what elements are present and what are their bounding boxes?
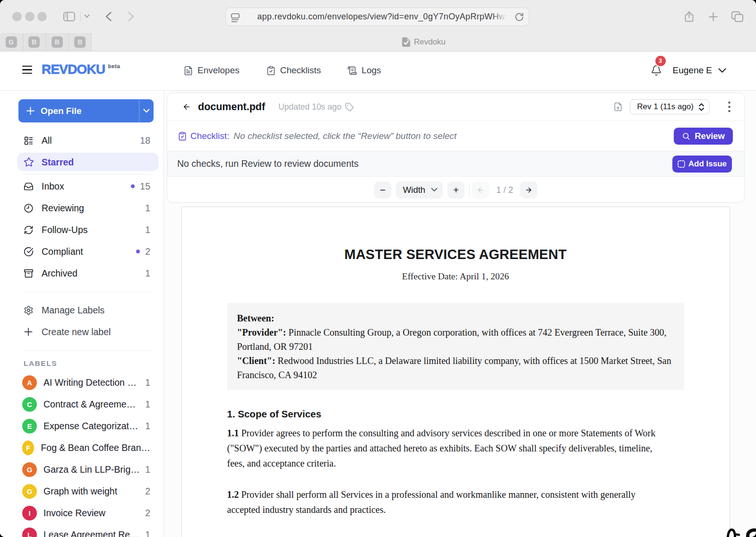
sidebar-nav-list: All 18 Starred Inbox 15 [0,130,164,284]
back-button[interactable] [105,12,112,21]
hamburger-bar [22,69,32,70]
open-file-main[interactable]: Open File [18,106,139,116]
label-item[interactable]: C Contract & Agreeme… 1 [17,393,159,415]
sidebar-nav-item[interactable]: Compliant 2 [17,241,159,262]
notifications-button[interactable]: 3 [651,64,662,77]
sidebar-nav-item[interactable]: Inbox 15 [17,175,159,197]
doc-bold-text: "Client": [237,355,275,366]
hamburger-menu-icon[interactable] [22,66,32,74]
parties-box: Between:"Provider": Pinnacle Consulting … [227,303,684,390]
sidebar-nav-item[interactable]: Starred [17,151,159,173]
star-icon-svg [24,157,34,167]
pinned-tab[interactable]: B [46,33,69,51]
zoom-window-button[interactable] [37,12,47,21]
tab-overview-icon-svg [731,11,743,22]
panel-header-row: document.pdf Updated 10s ago Rev 1 (11s … [167,93,744,121]
layout-list-icon [24,136,34,146]
notification-badge: 3 [654,55,667,67]
sidebar-chevron-icon-svg [84,14,90,18]
pinned-tabs: G B B B [0,33,92,51]
add-issue-button[interactable]: Add Issue [672,156,732,173]
address-bar[interactable]: app.revdoku.com/envelopes/view?id=env_0g… [225,8,529,26]
manage-labels-button[interactable]: Manage Labels [17,299,159,321]
create-new-label-button[interactable]: Create new label [17,321,159,343]
zoom-out-button[interactable]: − [374,182,391,199]
star-icon [24,157,34,167]
toolbar-divider [469,183,470,197]
browser-toolbar: app.revdoku.com/envelopes/view?id=env_0g… [0,0,756,33]
label-item[interactable]: G Graph with weight 2 [17,480,159,502]
pinned-tab[interactable]: B [69,33,92,51]
page-icon-svg [231,13,240,23]
plus-icon [24,327,33,337]
arrow-left-icon [181,103,192,111]
reload-icon[interactable] [515,12,524,22]
prev-page-button[interactable] [472,182,489,199]
file-text-icon [183,66,193,76]
label-item[interactable]: F Fog & Bean Coffee Bran… [17,437,159,459]
label-item[interactable]: E Expense Categorizat… 1 [17,415,159,437]
document-page[interactable]: MASTER SERVICES AGREEMENT Effective Date… [181,207,730,537]
doc-line: 1.2 Provider shall perform all Services … [227,487,684,502]
beta-badge: beta [108,63,120,69]
clock-icon-svg [24,203,34,213]
nav-item[interactable]: Logs [347,65,381,76]
doc-line: "Client": Redwood Industries LLC, a Dela… [237,354,674,368]
user-name: Eugene E [673,65,712,76]
forward-button[interactable] [128,12,134,21]
back-arrow-button[interactable] [181,103,192,111]
zoom-mode-select[interactable]: Width [396,182,443,199]
label-item[interactable]: G Garza & Lin LLP-Brig… 1 [17,459,159,480]
pinned-tab[interactable]: G [0,33,23,51]
chevron-down-icon [143,109,150,113]
zoom-in-button[interactable]: + [447,182,464,199]
label-item[interactable]: A AI Writing Detection … 1 [17,372,159,393]
document-title: document.pdf [198,101,265,113]
tag-icon[interactable] [345,103,354,112]
add-issue-label: Add Issue [688,159,727,169]
sidebar-nav: All 18 Starred Inbox 15 [0,130,164,537]
sidebar-chevron-icon[interactable] [84,14,90,18]
minimize-window-button[interactable] [25,12,34,21]
share-icon[interactable] [684,11,694,23]
open-file-dropdown[interactable] [139,109,154,113]
file-plus-icon-svg [613,102,623,112]
divider [23,174,151,174]
sidebar-toggle-icon[interactable] [63,12,75,21]
next-page-button[interactable] [520,182,537,199]
open-file-label: Open File [41,106,82,116]
nav-item[interactable]: Checklists [266,65,321,76]
label-color-badge: A [22,375,37,390]
label-item[interactable]: I Invoice Review 2 [17,502,159,524]
close-window-button[interactable] [12,12,22,21]
scroll-icon-svg [347,66,357,76]
kebab-menu[interactable] [728,101,730,113]
open-file-button[interactable]: Open File [18,99,154,122]
revision-select[interactable]: Rev 1 (11s ago) [630,99,710,114]
sidebar-nav-item[interactable]: Archived 1 [17,262,159,284]
plus-icon [26,107,34,115]
app-logo[interactable]: REVDOKUbeta [42,62,120,77]
clipboard-check-icon [266,66,276,76]
tab-revdoku[interactable]: Revdoku [92,33,756,51]
label-item[interactable]: L Lease Agreement Re… 1 [17,524,159,537]
nav-item[interactable]: Envelopes [183,65,240,76]
sidebar-nav-item[interactable]: All 18 [17,130,159,151]
doc-line: Portland, OR 97201 [237,339,674,354]
review-button[interactable]: Review [674,128,733,145]
doc-line: Between: [237,311,674,325]
url-text: app.revdoku.com/envelopes/view?id=env_0g… [258,12,509,22]
tab-overview-icon[interactable] [731,11,743,22]
sidebar-nav-item[interactable]: Follow-Ups 1 [17,219,159,241]
section-heading: 1. Scope of Services [227,408,684,420]
forward-button-svg [128,12,134,21]
app-nav: Envelopes Checklists Logs [183,52,381,89]
revdoku-favicon [402,37,410,47]
user-menu[interactable]: Eugene E [673,65,726,76]
pinned-tab[interactable]: B [23,33,46,51]
file-plus-icon[interactable] [613,102,623,112]
pinned-tab-favicon: B [52,36,63,48]
new-tab-icon[interactable] [708,12,718,22]
sidebar-nav-item[interactable]: Reviewing 1 [17,197,159,219]
unread-dot [131,184,135,188]
